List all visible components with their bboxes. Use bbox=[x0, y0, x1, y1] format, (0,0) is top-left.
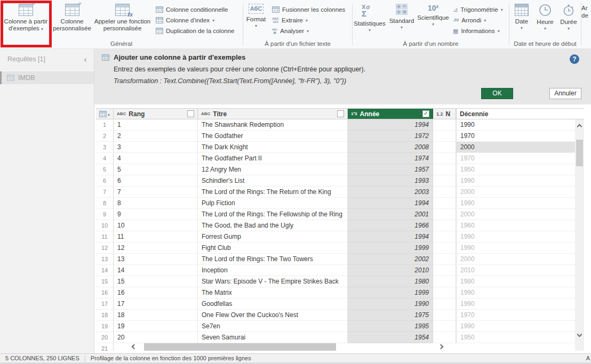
cell-title[interactable]: The Godfather Part II bbox=[198, 153, 348, 164]
cell-year[interactable]: 1957 bbox=[348, 164, 433, 175]
row-number[interactable]: 7 bbox=[96, 187, 114, 198]
cell-rank[interactable]: 3 bbox=[114, 142, 198, 153]
row-number[interactable]: 13 bbox=[96, 254, 114, 265]
titre-column-checkbox[interactable] bbox=[337, 110, 344, 117]
cell-decade[interactable]: 2000 bbox=[456, 209, 584, 220]
column-header-rang[interactable]: ABC Rang bbox=[114, 109, 198, 119]
cell-rank[interactable]: 1 bbox=[114, 119, 198, 131]
invoke-custom-function-button[interactable]: fx Appeler une fonction personnalisée bbox=[92, 0, 153, 39]
rang-column-checkbox[interactable] bbox=[187, 110, 194, 117]
collapse-pane-button[interactable] bbox=[85, 55, 87, 63]
cell-rank[interactable]: 5 bbox=[114, 164, 198, 175]
row-number[interactable]: 18 bbox=[96, 310, 114, 321]
cell-decade[interactable]: 1990 bbox=[456, 119, 584, 131]
merge-columns-button[interactable]: Fusionner les colonnes bbox=[269, 4, 351, 15]
conditional-column-button[interactable]: Colonne conditionnelle bbox=[153, 4, 243, 15]
cell-decade[interactable]: 1990 bbox=[456, 298, 584, 310]
row-number[interactable]: 15 bbox=[96, 276, 114, 287]
cell-year[interactable]: 2003 bbox=[348, 187, 433, 198]
statistics-button[interactable]: ΧσΣ Statistiques bbox=[353, 0, 387, 39]
cell-decade[interactable]: 1980 bbox=[456, 276, 584, 287]
cell-title[interactable]: The Dark Knight bbox=[198, 142, 348, 153]
cell-note[interactable] bbox=[433, 254, 456, 265]
column-header-annee-selected[interactable]: 1²3 Année bbox=[348, 109, 433, 119]
cell-rank[interactable]: 7 bbox=[114, 187, 198, 198]
row-number[interactable]: 3 bbox=[96, 142, 114, 153]
cell-year[interactable]: 1980 bbox=[348, 276, 433, 287]
scroll-right-icon[interactable] bbox=[438, 344, 444, 350]
row-number[interactable]: 20 bbox=[96, 332, 114, 343]
format-button[interactable]: AбC Format bbox=[243, 0, 269, 39]
cell-decade[interactable]: 1990 bbox=[456, 198, 584, 209]
cell-title[interactable]: Goodfellas bbox=[198, 298, 348, 310]
cell-note[interactable] bbox=[433, 332, 456, 343]
cell-title[interactable]: The Good, the Bad and the Ugly bbox=[198, 220, 348, 231]
cell-note[interactable] bbox=[433, 164, 456, 175]
duplicate-column-button[interactable]: Duplication de la colonne bbox=[153, 26, 243, 36]
ok-button[interactable]: OK bbox=[481, 88, 513, 99]
row-number[interactable]: 14 bbox=[96, 265, 114, 276]
cell-decade[interactable]: 1960 bbox=[456, 220, 584, 231]
annee-column-checkbox-checked[interactable] bbox=[422, 110, 429, 117]
cell-decade[interactable]: 2000 bbox=[456, 254, 584, 265]
cell-note[interactable] bbox=[433, 153, 456, 164]
time-button[interactable]: Heure bbox=[533, 0, 557, 39]
column-header-titre[interactable]: ABC Titre bbox=[198, 109, 348, 119]
cell-decade[interactable]: 1950 bbox=[456, 164, 584, 175]
cell-note[interactable] bbox=[433, 310, 456, 321]
cell-title[interactable]: The Lord of the Rings: The Fellowship of… bbox=[198, 209, 348, 220]
column-header-note-clipped[interactable]: 1.2 N bbox=[433, 109, 456, 119]
cell-note[interactable] bbox=[433, 287, 456, 298]
trigonometry-button[interactable]: ⊿ Trigonométrie bbox=[450, 4, 509, 15]
cell-year[interactable]: 1999 bbox=[348, 287, 433, 298]
cell-title[interactable]: The Godfather bbox=[198, 131, 348, 142]
cell-rank[interactable]: 19 bbox=[114, 321, 198, 332]
cell-decade[interactable]: 1990 bbox=[456, 321, 584, 332]
custom-column-button[interactable]: ✳ Colonne personnalisée bbox=[52, 0, 92, 39]
parse-button[interactable]: abc▦ Analyser bbox=[269, 26, 351, 36]
row-number[interactable]: 6 bbox=[96, 175, 114, 187]
cancel-button[interactable]: Annuler bbox=[549, 88, 581, 99]
cell-rank[interactable]: 4 bbox=[114, 153, 198, 164]
cell-rank[interactable]: 12 bbox=[114, 242, 198, 254]
vertical-scrollbar-thumb[interactable] bbox=[576, 140, 583, 166]
cell-year[interactable]: 2010 bbox=[348, 265, 433, 276]
cell-rank[interactable]: 17 bbox=[114, 298, 198, 310]
cell-rank[interactable]: 9 bbox=[114, 209, 198, 220]
cell-note[interactable] bbox=[433, 119, 456, 131]
cell-year[interactable]: 1975 bbox=[348, 310, 433, 321]
scroll-left-icon[interactable] bbox=[132, 344, 137, 350]
row-number[interactable]: 12 bbox=[96, 242, 114, 254]
cell-decade[interactable]: 1950 bbox=[456, 332, 584, 343]
row-number[interactable]: 21 bbox=[96, 343, 114, 351]
cell-note[interactable] bbox=[433, 209, 456, 220]
cell-note[interactable] bbox=[433, 220, 456, 231]
cell-note[interactable] bbox=[433, 276, 456, 287]
cell-rank[interactable]: 20 bbox=[114, 332, 198, 343]
cell-decade[interactable]: 1990 bbox=[456, 287, 584, 298]
cell-decade[interactable]: 1990 bbox=[456, 175, 584, 187]
cell-title[interactable]: One Flew Over the Cuckoo's Nest bbox=[198, 310, 348, 321]
cell-rank[interactable]: 11 bbox=[114, 231, 198, 242]
cell-year[interactable]: 1990 bbox=[348, 298, 433, 310]
date-button[interactable]: Date bbox=[510, 0, 533, 39]
horizontal-scrollbar[interactable] bbox=[131, 343, 444, 351]
cell-rank[interactable]: 2 bbox=[114, 131, 198, 142]
cell-rank[interactable]: 13 bbox=[114, 254, 198, 265]
cell-title[interactable]: Fight Club bbox=[198, 242, 348, 254]
cell-year[interactable]: 1954 bbox=[348, 332, 433, 343]
rounding-button[interactable]: .00 Arrondi bbox=[450, 15, 509, 26]
status-profiling-info[interactable]: Profilage de la colonne en fonction des … bbox=[85, 355, 257, 361]
column-from-examples-button[interactable]: ✳ Colonne à partir d'exemples bbox=[0, 0, 52, 39]
cell-title[interactable]: Seven Samurai bbox=[198, 332, 348, 343]
cell-rank[interactable]: 18 bbox=[114, 310, 198, 321]
cell-title[interactable]: Forrest Gump bbox=[198, 231, 348, 242]
cell-note[interactable] bbox=[433, 231, 456, 242]
cell-title[interactable]: Pulp Fiction bbox=[198, 198, 348, 209]
cell-note[interactable] bbox=[433, 298, 456, 310]
cell-title[interactable]: 12 Angry Men bbox=[198, 164, 348, 175]
cell-decade[interactable]: 1990 bbox=[456, 242, 584, 254]
cell-rank[interactable]: 15 bbox=[114, 276, 198, 287]
cell-year[interactable]: 1972 bbox=[348, 131, 433, 142]
cell-note[interactable] bbox=[433, 131, 456, 142]
